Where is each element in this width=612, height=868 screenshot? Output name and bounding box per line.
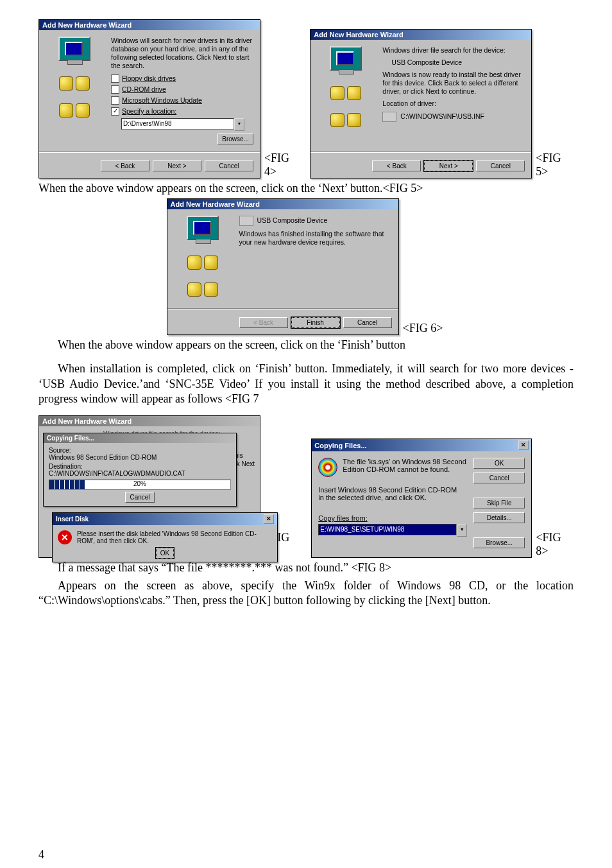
fig4-next-button[interactable]: Next > (153, 161, 201, 171)
fig8-cancel-button[interactable]: Cancel (473, 473, 525, 483)
fig4-cancel-button[interactable]: Cancel (205, 161, 253, 171)
hardware-illustration (174, 216, 232, 299)
hardware-illustration (46, 37, 103, 143)
fig4-back-button[interactable]: < Back (101, 161, 149, 171)
fig4-intro: Windows will search for new drivers in i… (111, 37, 253, 71)
fig8-dropdown-icon[interactable]: ▼ (457, 524, 467, 537)
fig7-src-value: Windows 98 Second Edition CD-ROM (49, 454, 231, 461)
fig7-insert-titlebar: Insert Disk (56, 516, 89, 523)
msupdate-checkbox[interactable] (111, 96, 119, 105)
fig8-titlebar: Copying Files... (314, 442, 366, 449)
text-after-fig5: When the above window appears on the scr… (38, 181, 574, 196)
cdrom-label: CD-ROM drive (122, 85, 166, 93)
floppy-label: Floppy disk drives (122, 74, 176, 82)
fig6-cancel-button[interactable]: Cancel (343, 317, 392, 328)
browse-button[interactable]: Browse... (217, 134, 253, 144)
fig7-insert-disk-dialog: Insert Disk ✕ ✕ Please insert the disk l… (52, 512, 278, 562)
fig8-ok-button[interactable]: OK (473, 458, 525, 469)
fig5-device-name: USB Composite Device (391, 58, 525, 67)
location-dropdown-icon[interactable]: ▼ (234, 118, 244, 131)
fig6-wizard: Add New Hardware Wizard USB Composite De… (167, 198, 399, 335)
fig4-titlebar: Add New Hardware Wizard (39, 20, 260, 30)
fig7-progress-bar: 20% (49, 480, 231, 490)
fig8-browse-button[interactable]: Browse... (473, 537, 525, 548)
fig7-dst-value: C:\WINDOWS\INF\CATALOG\WDMAUDIO.CAT (49, 470, 231, 477)
fig7-dst-label: Destination: (49, 463, 231, 470)
fig8-dialog: Copying Files... ✕ The file 'ks.sys' on … (311, 438, 532, 558)
error-icon: ✕ (58, 530, 72, 544)
fig8-path-input[interactable]: E:\WIN98_SE\SETUP\WIN98 (318, 524, 457, 535)
fig7-copy-cancel-button[interactable]: Cancel (125, 492, 154, 503)
text-after-fig6: When the above window appears on the scr… (38, 338, 574, 352)
fig8-label: <FIG 8> (536, 531, 571, 558)
device-icon (239, 216, 253, 226)
fig7-wizard-titlebar: Add New Hardware Wizard (39, 416, 260, 426)
fig8-skip-button[interactable]: Skip File (473, 498, 525, 508)
fig5-cancel-button[interactable]: Cancel (476, 161, 525, 171)
location-input[interactable]: D:\Drivers\Win98 (121, 118, 234, 130)
fig7-src-label: Source: (49, 447, 231, 454)
specify-label: Specify a location: (122, 107, 176, 115)
text-install-para: When installation is completed, click on… (38, 361, 574, 406)
fig6-done-msg: Windows has finished installing the soft… (239, 230, 392, 247)
hardware-illustration (317, 46, 375, 143)
fig7-cluster: Add New Hardware Wizard Windows driver f… (38, 415, 260, 558)
fig7-insert-msg: Please insert the disk labeled 'Windows … (77, 530, 272, 544)
text-after-fig8b: Appears on the screen as above, specify … (38, 578, 574, 609)
close-icon[interactable]: ✕ (264, 514, 274, 524)
fig5-ready-msg: Windows is now ready to install the best… (382, 71, 525, 96)
fig5-next-button[interactable]: Next > (424, 161, 473, 171)
fig5-wizard: Add New Hardware Wizard Windows driver f… (310, 29, 532, 178)
fig6-device-name: USB Composite Device (257, 216, 328, 224)
fig5-back-button[interactable]: < Back (372, 161, 421, 171)
inf-file-icon (382, 112, 396, 122)
fig8-insert2: in the selected drive, and click OK. (318, 494, 467, 501)
close-icon[interactable]: ✕ (518, 440, 529, 450)
fig8-insert1: Insert Windows 98 Second Edition CD-ROM (318, 486, 467, 494)
fig7-copying-titlebar: Copying Files... (44, 433, 236, 443)
floppy-checkbox[interactable] (111, 74, 119, 83)
fig7-insert-ok-button[interactable]: OK (156, 548, 174, 559)
fig5-search-msg: Windows driver file search for the devic… (382, 46, 525, 55)
fig8-details-button[interactable]: Details... (473, 512, 525, 523)
cd-icon (318, 458, 337, 477)
fig7-copying-dialog: Copying Files... Source: Windows 98 Seco… (43, 433, 237, 507)
text-after-fig8a: If a message that says “The file *******… (38, 560, 574, 575)
fig6-titlebar: Add New Hardware Wizard (167, 199, 398, 209)
fig6-finish-button[interactable]: Finish (291, 317, 340, 328)
fig8-copyfrom-label: Copy files from: (318, 514, 467, 522)
fig8-notfound1: The file 'ks.sys' on Windows 98 Second (343, 458, 466, 465)
fig6-label: <FIG 6> (403, 322, 443, 335)
fig5-label: <FIG 5> (536, 152, 571, 178)
fig4-wizard: Add New Hardware Wizard Windows will sea… (38, 19, 260, 178)
fig5-driver-path: C:\WINDOWS\INF\USB.INF (400, 112, 484, 120)
fig5-location-label: Location of driver: (382, 100, 525, 108)
fig5-titlebar: Add New Hardware Wizard (310, 30, 531, 40)
fig4-label: <FIG 4> (264, 152, 300, 178)
fig8-notfound2: Edition CD-ROM cannot be found. (343, 465, 466, 473)
specify-checkbox[interactable]: ✓ (111, 107, 119, 116)
fig7-progress-pct: 20% (49, 480, 230, 487)
msupdate-label: Microsoft Windows Update (122, 96, 202, 104)
fig6-back-button: < Back (239, 317, 288, 328)
cdrom-checkbox[interactable] (111, 85, 119, 94)
